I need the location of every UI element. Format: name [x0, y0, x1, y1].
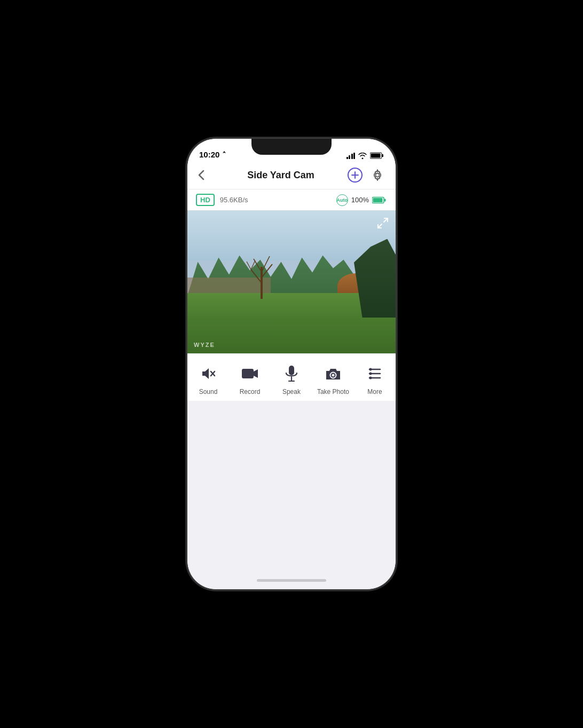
feed-watermark: WYZE — [194, 342, 215, 348]
record-label: Record — [240, 388, 261, 395]
svg-point-32 — [369, 373, 372, 375]
time-display: 10:20 — [199, 150, 219, 159]
take-photo-button[interactable]: Take Photo — [317, 362, 349, 395]
svg-point-31 — [369, 368, 372, 371]
signal-icon — [346, 153, 356, 159]
battery-icon: ⚡ — [372, 196, 387, 204]
gray-bottom-area — [187, 401, 396, 571]
record-button[interactable]: Record — [234, 362, 266, 395]
location-icon — [222, 151, 227, 158]
battery-percent: 100% — [351, 196, 369, 204]
bottom-controls: Sound Record — [187, 353, 396, 401]
svg-line-18 — [378, 224, 382, 228]
home-indicator — [187, 571, 396, 589]
svg-rect-23 — [289, 366, 294, 375]
back-chevron-icon — [198, 170, 204, 180]
page-title: Side Yard Cam — [247, 170, 314, 181]
notch — [251, 139, 332, 155]
more-icon — [364, 362, 386, 385]
sound-button[interactable]: Sound — [192, 362, 224, 395]
gear-icon — [371, 169, 384, 181]
bitrate-display: 95.6KB/s — [220, 196, 248, 204]
add-button[interactable] — [348, 168, 363, 183]
home-bar — [257, 579, 326, 582]
svg-rect-1 — [371, 154, 381, 158]
mic-icon — [280, 362, 303, 385]
svg-rect-2 — [382, 154, 383, 157]
svg-point-27 — [332, 374, 334, 377]
svg-line-16 — [251, 260, 255, 270]
hd-info: HD 95.6KB/s — [196, 194, 248, 206]
svg-line-17 — [384, 218, 388, 222]
sound-icon — [197, 362, 219, 385]
fullscreen-icon — [377, 217, 389, 229]
svg-text:⚡: ⚡ — [386, 196, 387, 203]
more-button[interactable]: More — [359, 362, 391, 395]
wifi-icon — [358, 153, 367, 159]
battery-status-icon — [370, 152, 384, 159]
speak-button[interactable]: Speak — [275, 362, 308, 395]
sound-label: Sound — [199, 388, 218, 395]
svg-point-33 — [369, 377, 372, 379]
camera-feed[interactable]: WYZE — [187, 210, 396, 353]
settings-button[interactable] — [370, 168, 385, 183]
record-icon — [239, 362, 261, 385]
fullscreen-button[interactable] — [375, 216, 390, 231]
speak-label: Speak — [282, 388, 301, 395]
camera-info-bar: HD 95.6KB/s Auto 100% ⚡ — [187, 189, 396, 210]
status-icons — [346, 152, 384, 159]
svg-line-15 — [247, 262, 251, 270]
svg-marker-22 — [254, 369, 258, 378]
svg-rect-21 — [242, 369, 254, 378]
phone-frame: 10:20 — [187, 139, 396, 589]
svg-point-5 — [375, 173, 379, 177]
camera-status-right: Auto 100% ⚡ — [336, 194, 387, 206]
svg-line-12 — [262, 264, 272, 278]
feed-bare-tree — [246, 240, 278, 299]
camera-icon — [322, 362, 344, 385]
hd-badge[interactable]: HD — [196, 194, 215, 206]
auto-badge[interactable]: Auto — [336, 194, 348, 206]
plus-icon — [351, 171, 359, 179]
battery-cam-icon: ⚡ — [372, 196, 387, 204]
nav-bar: Side Yard Cam — [187, 162, 396, 189]
svg-rect-7 — [373, 198, 383, 202]
svg-line-11 — [251, 270, 262, 283]
phone-screen: 10:20 — [187, 139, 396, 589]
nav-actions — [348, 168, 385, 183]
take-photo-label: Take Photo — [317, 388, 349, 395]
more-label: More — [367, 388, 382, 395]
status-time: 10:20 — [199, 150, 227, 159]
back-button[interactable] — [198, 170, 214, 180]
